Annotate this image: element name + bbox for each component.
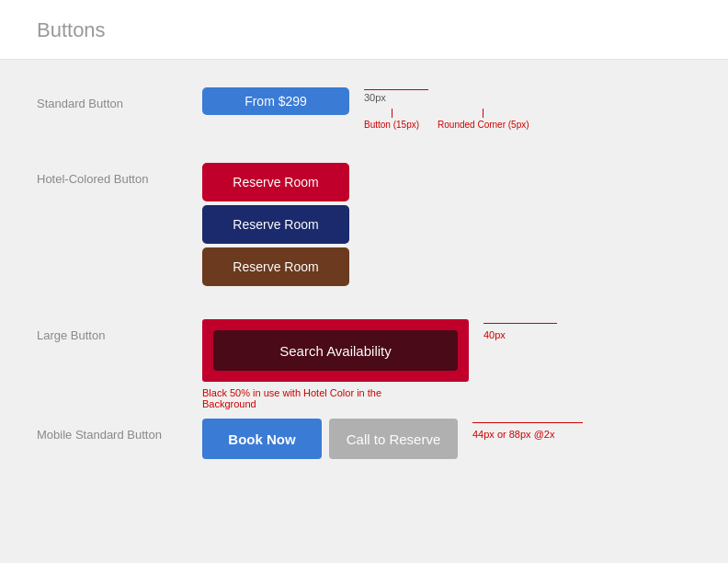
mobile-ann-line	[472, 422, 583, 423]
large-button-label: Large Button	[37, 319, 202, 342]
annotation-height-row: 30px	[364, 92, 529, 103]
large-button[interactable]: Search Availability	[213, 330, 458, 371]
hotel-navy-button[interactable]: Reserve Room	[202, 205, 349, 244]
hotel-button-area: Reserve Room Reserve Room Reserve Room	[202, 163, 349, 286]
annotation-line	[364, 89, 428, 90]
hotel-red-button[interactable]: Reserve Room	[202, 163, 349, 201]
large-ann-height: 40px	[483, 329, 506, 340]
hotel-button-row: Hotel-Colored Button Reserve Room Reserv…	[37, 163, 691, 286]
large-button-note: Black 50% in use with Hotel Color in the…	[202, 387, 423, 409]
mobile-ann-size: 44px or 88px @2x	[472, 429, 554, 440]
mobile-button-row: Mobile Standard Button Book Now Call to …	[37, 419, 691, 459]
call-to-reserve-button[interactable]: Call to Reserve	[329, 419, 458, 459]
standard-button[interactable]: From $299	[202, 87, 349, 115]
mobile-annotation: 44px or 88px @2x	[472, 419, 583, 442]
standard-button-area: From $299	[202, 87, 349, 115]
large-annotation: 40px	[483, 319, 557, 342]
standard-button-row: Standard Button From $299 30px Button (1…	[37, 87, 691, 130]
mobile-button-area: Book Now Call to Reserve	[202, 419, 458, 459]
large-button-area: Search Availability Black 50% in use wit…	[202, 319, 469, 409]
page-header: Buttons	[0, 0, 728, 60]
large-button-row: Large Button Search Availability Black 5…	[37, 319, 691, 409]
mobile-button-label: Mobile Standard Button	[37, 419, 202, 442]
corner-text: Rounded Corner (5px)	[438, 120, 529, 130]
page-title: Buttons	[37, 18, 691, 42]
padding-text: Button (15px)	[364, 120, 419, 130]
padding-line	[392, 109, 392, 118]
content-area: Standard Button From $299 30px Button (1…	[0, 60, 728, 520]
large-button-container: Search Availability	[202, 319, 469, 382]
corner-line	[483, 109, 483, 118]
hotel-button-label: Hotel-Colored Button	[37, 163, 202, 186]
standard-button-label: Standard Button	[37, 87, 202, 110]
hotel-brown-button[interactable]: Reserve Room	[202, 247, 349, 286]
large-ann-line	[483, 323, 557, 324]
annotation-height-value: 30px	[364, 92, 386, 103]
annotation-labels: Button (15px) Rounded Corner (5px)	[364, 109, 529, 130]
mobile-buttons-group: Book Now Call to Reserve	[202, 419, 458, 459]
standard-annotation: 30px Button (15px) Rounded Corner (5px)	[364, 87, 529, 130]
corner-annotation: Rounded Corner (5px)	[438, 109, 529, 130]
book-now-button[interactable]: Book Now	[202, 419, 322, 459]
padding-annotation: Button (15px)	[364, 109, 419, 130]
